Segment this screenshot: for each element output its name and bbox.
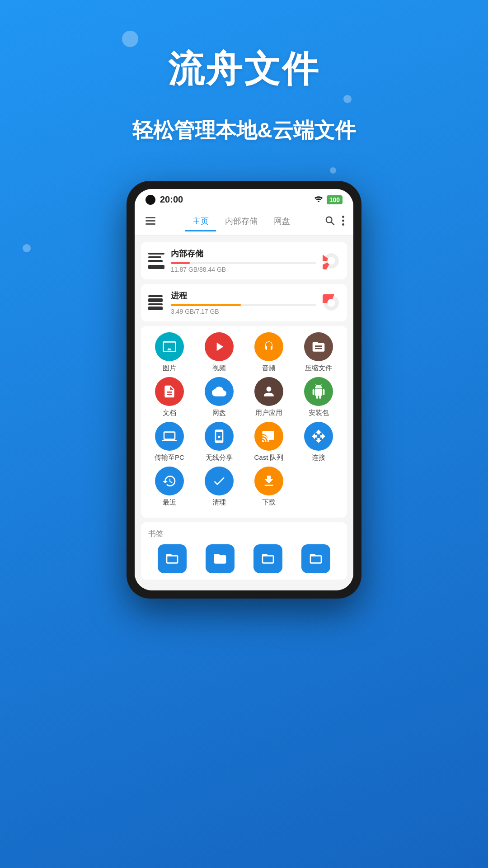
svg-line-5 [331,222,334,225]
camera-dot [145,195,155,205]
tab-internal-storage[interactable]: 内部存储 [218,212,265,231]
icon-archive[interactable]: 压缩文件 [300,332,337,373]
internal-storage-chart [323,252,340,269]
decorative-dot-2 [343,95,352,103]
clean-circle [205,467,234,495]
internal-storage-card[interactable]: 内部存储 13% 11.87 GB/88.44 GB [141,242,347,279]
header: 流舟文件 轻松管理本地&云端文件 [0,0,488,158]
storage-icon [148,253,164,269]
decorative-dot-4 [23,244,31,252]
recent-circle [155,467,184,495]
icon-apk[interactable]: 安装包 [300,377,337,417]
svg-rect-2 [145,220,155,222]
connect-label: 连接 [312,453,325,462]
user-apps-circle [254,377,283,406]
icon-transfer[interactable]: 传输至PC [151,422,188,462]
phone-screen: 20:00 100 [135,189,353,590]
transfer-circle [155,422,184,451]
recent-label: 最近 [163,498,176,507]
video-label: 视频 [212,364,226,373]
tab-home[interactable]: 主页 [185,212,216,231]
bookmark-3[interactable] [253,544,282,573]
main-content: 内部存储 13% 11.87 GB/88.44 GB [135,236,353,590]
clean-label: 清理 [212,498,226,507]
phone-mockup-container: 20:00 100 [0,181,488,599]
tab-cloud[interactable]: 网盘 [267,212,297,231]
nav-actions [323,214,346,230]
wireless-label: 无线分享 [206,453,233,462]
archive-circle [304,332,333,361]
cast-circle [254,422,283,451]
more-icon[interactable] [340,214,346,230]
internal-storage-usage: 11.87 GB/88.44 GB [171,266,316,273]
svg-rect-3 [145,223,155,225]
icon-cast[interactable]: Cast 队列 [251,422,287,462]
app-title: 流舟文件 [0,45,488,94]
user-apps-label: 用户应用 [255,409,282,417]
icon-row-1: 图片 视频 音频 [145,332,343,373]
transfer-label: 传输至PC [155,453,184,462]
internal-storage-info: 内部存储 13% 11.87 GB/88.44 GB [171,248,316,273]
process-card[interactable]: 进程 48% 3.49 GB/7.17 GB [141,284,347,321]
internal-storage-percent: 13% [305,262,316,262]
icon-row-3: 传输至PC 无线分享 Cast 队列 [145,422,343,462]
internal-storage-fill [171,262,190,264]
decorative-dot-3 [330,167,336,174]
search-icon[interactable] [323,214,337,230]
icon-user-apps[interactable]: 用户应用 [251,377,287,417]
svg-rect-1 [145,217,155,218]
apk-circle [304,377,333,406]
icon-audio[interactable]: 音频 [251,332,287,373]
process-chart [323,294,340,311]
bookmark-title: 书签 [148,528,340,539]
process-info: 进程 48% 3.49 GB/7.17 GB [171,290,316,315]
phone-mockup: 20:00 100 [127,181,361,599]
photos-circle [155,332,184,361]
process-progress-bar: 48% [171,304,316,306]
svg-point-10 [328,257,335,264]
icon-video[interactable]: 视频 [201,332,237,373]
icon-docs[interactable]: 文档 [151,377,188,417]
bookmark-4[interactable] [301,544,330,573]
svg-point-12 [328,299,335,307]
archive-label: 压缩文件 [305,364,332,373]
video-circle [205,332,234,361]
bookmark-row [148,544,340,573]
netdisk-circle [205,377,234,406]
docs-label: 文档 [163,409,176,417]
process-icon [148,295,164,311]
process-percent: 48% [244,304,255,304]
icon-grid: 图片 视频 音频 [141,326,347,518]
photos-label: 图片 [163,364,176,373]
process-fill [171,304,241,306]
icon-row-4: 最近 清理 下载 [145,467,343,507]
wireless-circle [205,422,234,451]
wifi-icon [314,195,323,204]
internal-storage-progress-bar: 13% [171,262,316,264]
docs-circle [155,377,184,406]
app-subtitle: 轻松管理本地&云端文件 [0,117,488,145]
nav-bar: 主页 内部存储 网盘 [135,208,353,236]
icon-recent[interactable]: 最近 [151,467,188,507]
status-bar: 20:00 100 [135,189,353,208]
nav-tabs: 主页 内部存储 网盘 [163,212,319,231]
icon-netdisk[interactable]: 网盘 [201,377,237,417]
audio-circle [254,332,283,361]
svg-point-8 [342,223,344,226]
icon-download[interactable]: 下载 [251,467,287,507]
icon-photos[interactable]: 图片 [151,332,188,373]
icon-wireless[interactable]: 无线分享 [201,422,237,462]
status-bar-right: 100 [314,195,343,204]
status-bar-left: 20:00 [145,194,183,205]
icon-connect[interactable]: 连接 [300,422,337,462]
audio-label: 音频 [262,364,276,373]
svg-point-7 [342,219,344,222]
bookmark-2[interactable] [206,544,235,573]
nav-menu-icon[interactable] [142,214,159,230]
apk-label: 安装包 [309,409,329,417]
status-time: 20:00 [160,194,183,205]
icon-clean[interactable]: 清理 [201,467,237,507]
bookmark-1[interactable] [158,544,187,573]
netdisk-label: 网盘 [212,409,226,417]
decorative-dot-1 [122,31,138,47]
